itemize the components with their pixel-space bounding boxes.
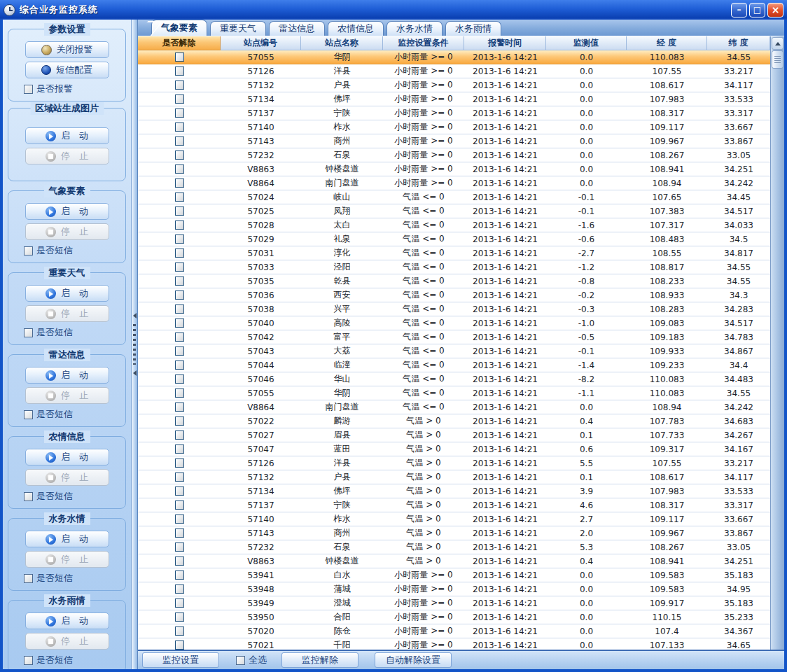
sms-enabled-checkbox[interactable] — [24, 410, 33, 419]
table-row[interactable]: V8863钟楼盘道气温 > 02013-1-6 14:210.4108.9413… — [138, 554, 770, 568]
table-row[interactable]: 57140柞水小时雨量 >= 02013-1-6 14:210.0109.117… — [138, 120, 770, 134]
table-row[interactable]: 57232石泉小时雨量 >= 02013-1-6 14:210.0108.267… — [138, 148, 770, 162]
table-row[interactable]: 57232石泉气温 > 02013-1-6 14:215.3108.26733.… — [138, 540, 770, 554]
release-checkbox[interactable] — [175, 360, 184, 370]
release-checkbox[interactable] — [175, 598, 184, 608]
minimize-button[interactable]: – — [731, 3, 747, 18]
close-button[interactable]: × — [767, 3, 783, 18]
release-checkbox[interactable] — [175, 626, 184, 636]
sms-enabled-checkbox[interactable] — [24, 328, 33, 337]
table-row[interactable]: 57137宁陕气温 > 02013-1-6 14:214.6108.31733.… — [138, 498, 770, 512]
start-button[interactable]: 启 动 — [25, 127, 109, 144]
scrollbar-thumb[interactable] — [772, 50, 783, 69]
sidebar-splitter[interactable] — [131, 20, 138, 669]
alarm-enabled-checkbox[interactable] — [24, 85, 33, 94]
table-row[interactable]: 53948蒲城小时雨量 >= 02013-1-6 14:210.0109.583… — [138, 582, 770, 596]
table-row[interactable]: 57024岐山气温 <= 02013-1-6 14:21-0.1107.6534… — [138, 190, 770, 204]
release-checkbox[interactable] — [175, 164, 184, 174]
release-checkbox[interactable] — [175, 220, 184, 230]
release-checkbox[interactable] — [175, 528, 184, 538]
table-row[interactable]: 57029礼泉气温 <= 02013-1-6 14:21-0.6108.4833… — [138, 232, 770, 246]
release-checkbox[interactable] — [175, 570, 184, 580]
table-row[interactable]: 57025凤翔气温 <= 02013-1-6 14:21-0.1107.3833… — [138, 204, 770, 218]
table-row[interactable]: 57126洋县小时雨量 >= 02013-1-6 14:210.0107.553… — [138, 64, 770, 78]
table-row[interactable]: 57134佛坪小时雨量 >= 02013-1-6 14:210.0107.983… — [138, 92, 770, 106]
table-row[interactable]: 53950合阳小时雨量 >= 02013-1-6 14:210.0110.153… — [138, 610, 770, 624]
release-checkbox[interactable] — [175, 374, 184, 384]
sms-enabled-checkbox[interactable] — [24, 246, 33, 255]
table-row[interactable]: 57035乾县气温 <= 02013-1-6 14:21-0.8108.2333… — [138, 274, 770, 288]
release-checkbox[interactable] — [175, 318, 184, 328]
collapse-left-icon[interactable] — [133, 370, 137, 376]
tab-5[interactable]: 水务水情 — [386, 21, 443, 36]
table-row[interactable]: 57031淳化气温 <= 02013-1-6 14:21-2.7108.5534… — [138, 246, 770, 260]
release-checkbox[interactable] — [175, 192, 184, 202]
table-row[interactable]: 53941白水小时雨量 >= 02013-1-6 14:210.0109.583… — [138, 568, 770, 582]
release-checkbox[interactable] — [175, 416, 184, 426]
table-row[interactable]: 57038兴平气温 <= 02013-1-6 14:21-0.3108.2833… — [138, 302, 770, 316]
sms-enabled-checkbox[interactable] — [24, 656, 33, 665]
release-checkbox[interactable] — [175, 444, 184, 454]
table-row[interactable]: 57020陈仓小时雨量 >= 02013-1-6 14:210.0107.434… — [138, 624, 770, 638]
column-header[interactable]: 站点名称 — [301, 36, 383, 50]
sms-enabled-checkbox[interactable] — [24, 492, 33, 501]
table-row[interactable]: 57126洋县气温 > 02013-1-6 14:215.5107.5533.2… — [138, 456, 770, 470]
table-row[interactable]: V8863钟楼盘道小时雨量 >= 02013-1-6 14:210.0108.9… — [138, 162, 770, 176]
release-checkbox[interactable] — [175, 486, 184, 496]
table-row[interactable]: 53949澄城小时雨量 >= 02013-1-6 14:210.0109.917… — [138, 596, 770, 610]
column-header[interactable]: 报警时间 — [464, 36, 546, 50]
scroll-up-icon[interactable] — [772, 37, 783, 50]
table-row[interactable]: 57021千阳小时雨量 >= 02013-1-6 14:210.0107.133… — [138, 638, 770, 650]
release-checkbox[interactable] — [175, 94, 184, 104]
start-button[interactable]: 启 动 — [25, 367, 109, 384]
table-row[interactable]: 57134佛坪气温 > 02013-1-6 14:213.9107.98333.… — [138, 484, 770, 498]
sms-config-button[interactable]: 短信配置 — [25, 62, 109, 78]
release-checkbox[interactable] — [175, 136, 184, 146]
release-checkbox[interactable] — [175, 500, 184, 510]
table-row[interactable]: 57044临潼气温 <= 02013-1-6 14:21-1.4109.2333… — [138, 358, 770, 372]
release-checkbox[interactable] — [175, 458, 184, 468]
auto-release-set-button[interactable]: 自动解除设置 — [375, 652, 452, 668]
maximize-button[interactable]: □ — [749, 3, 765, 18]
release-checkbox[interactable] — [175, 430, 184, 440]
release-checkbox[interactable] — [175, 472, 184, 482]
table-row[interactable]: 57028太白气温 <= 02013-1-6 14:21-1.6107.3173… — [138, 218, 770, 232]
column-header[interactable]: 监测值 — [546, 36, 627, 50]
table-row[interactable]: 57132户县小时雨量 >= 02013-1-6 14:210.0108.617… — [138, 78, 770, 92]
table-row[interactable]: 57046华山气温 <= 02013-1-6 14:21-8.2110.0833… — [138, 372, 770, 386]
release-checkbox[interactable] — [175, 346, 184, 356]
select-all-checkbox[interactable] — [236, 656, 245, 665]
collapse-left-icon[interactable] — [133, 313, 137, 318]
release-checkbox[interactable] — [175, 290, 184, 300]
release-checkbox[interactable] — [175, 388, 184, 398]
release-checkbox[interactable] — [175, 276, 184, 286]
table-row[interactable]: 57033泾阳气温 <= 02013-1-6 14:21-1.2108.8173… — [138, 260, 770, 274]
splitter-grip[interactable] — [133, 324, 136, 365]
table-row[interactable]: 57047蓝田气温 > 02013-1-6 14:210.6109.31734.… — [138, 442, 770, 456]
close-alarm-button[interactable]: 关闭报警 — [25, 41, 109, 58]
sms-enabled-checkbox[interactable] — [24, 574, 33, 583]
table-row[interactable]: V8864南门盘道小时雨量 >= 02013-1-6 14:210.0108.9… — [138, 176, 770, 190]
tab-3[interactable]: 雷达信息 — [269, 21, 325, 36]
release-checkbox[interactable] — [175, 122, 184, 132]
release-checkbox[interactable] — [175, 402, 184, 412]
monitor-release-button[interactable]: 监控解除 — [281, 652, 358, 668]
release-checkbox[interactable] — [175, 542, 184, 552]
start-button[interactable]: 启 动 — [25, 612, 109, 629]
column-header[interactable]: 监控设置条件 — [383, 36, 464, 50]
start-button[interactable]: 启 动 — [25, 531, 109, 547]
table-row[interactable]: 57043大荔气温 <= 02013-1-6 14:21-0.1109.9333… — [138, 344, 770, 358]
table-row[interactable]: 57027眉县气温 > 02013-1-6 14:210.1107.73334.… — [138, 428, 770, 442]
release-checkbox[interactable] — [175, 80, 184, 90]
table-row[interactable]: 57143商州气温 > 02013-1-6 14:212.0109.96733.… — [138, 526, 770, 540]
table-row[interactable]: 57055华阴气温 <= 02013-1-6 14:21-1.1110.0833… — [138, 386, 770, 400]
release-checkbox[interactable] — [175, 612, 184, 622]
vertical-scrollbar[interactable] — [770, 36, 784, 650]
release-checkbox[interactable] — [175, 514, 184, 524]
release-checkbox[interactable] — [175, 150, 184, 160]
column-header[interactable]: 经 度 — [627, 36, 707, 50]
release-checkbox[interactable] — [175, 304, 184, 314]
table-row[interactable]: 57137宁陕小时雨量 >= 02013-1-6 14:210.0108.317… — [138, 106, 770, 120]
release-checkbox[interactable] — [175, 640, 184, 650]
table-row[interactable]: 57040高陵气温 <= 02013-1-6 14:21-1.0109.0833… — [138, 316, 770, 330]
